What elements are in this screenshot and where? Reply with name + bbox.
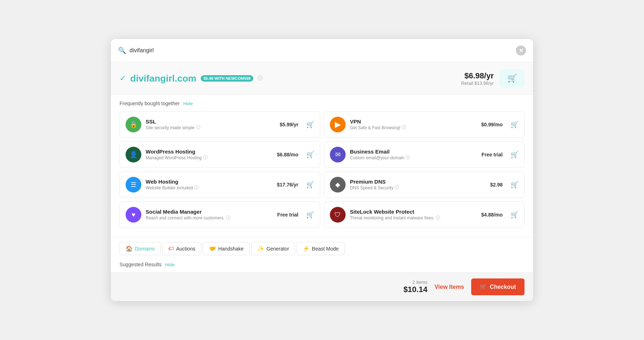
wp-desc: Managed WordPress Hosting ⓘ <box>146 155 273 161</box>
dns-icon: ◆ <box>330 177 346 193</box>
search-bar: 🔍 ✕ <box>111 39 533 62</box>
addon-premium-dns: ◆ Premium DNS DNS Speed & Security ⓘ $2.… <box>324 171 525 198</box>
addon-business-email: ✉ Business Email Custom email@your-domai… <box>324 141 525 168</box>
social-icon: ♥ <box>126 207 141 223</box>
vpn-icon: ▶ <box>330 117 346 132</box>
freq-hide-link[interactable]: Hide <box>183 101 193 106</box>
addon-web-hosting: ☰ Web Hosting Website Builder included ⓘ… <box>119 171 320 198</box>
wp-price: $6.88/mo <box>277 152 298 157</box>
tab-beast-mode[interactable]: ⚡ Beast Mode <box>297 242 345 255</box>
ssl-name: SSL <box>146 118 275 125</box>
promo-badge: $5.98 WITH NEWCOM598 <box>201 75 253 82</box>
sitelock-info-icon[interactable]: ⓘ <box>436 215 440 221</box>
tabs-bar: 🏠 Domains 🏷 Auctions 🤝 Handshake ✨ Gener… <box>111 237 533 258</box>
email-icon: ✉ <box>330 147 346 162</box>
handshake-tab-icon: 🤝 <box>209 245 216 252</box>
ssl-price: $5.99/yr <box>280 122 298 127</box>
social-info: Social Media Manager Reach and connect w… <box>146 209 273 221</box>
sitelock-add-cart-button[interactable]: 🛒 <box>511 211 518 219</box>
dns-info: Premium DNS DNS Speed & Security ⓘ <box>350 179 486 191</box>
add-domain-to-cart-button[interactable]: 🛒 <box>499 69 525 87</box>
main-modal: 🔍 ✕ ✓ divifangirl.com $5.98 WITH NEWCOM5… <box>111 39 533 301</box>
domain-name: divifangirl.com <box>130 73 196 84</box>
search-icon: 🔍 <box>118 47 126 54</box>
checkout-button[interactable]: 🛒 Checkout <box>471 278 525 295</box>
items-info: 2 items $10.14 <box>403 280 427 294</box>
ssl-icon: 🔒 <box>126 117 141 132</box>
vpn-name: VPN <box>350 118 477 125</box>
wp-name: WordPress Hosting <box>146 149 273 155</box>
email-desc: Custom email@your-domain ⓘ <box>350 155 477 161</box>
addon-vpn: ▶ VPN Get Safe & Fast Browsing! ⓘ $0.99/… <box>324 111 525 138</box>
beast-tab-icon: ⚡ <box>303 245 310 252</box>
tab-handshake-label: Handshake <box>218 246 244 252</box>
tab-domains-label: Domains <box>135 246 155 252</box>
close-button[interactable]: ✕ <box>516 45 526 55</box>
footer-bar: 2 items $10.14 View Items 🛒 Checkout <box>111 272 533 301</box>
email-info: Business Email Custom email@your-domain … <box>350 149 477 161</box>
items-count: 2 items <box>403 280 427 285</box>
checkout-cart-icon: 🛒 <box>480 283 487 290</box>
domain-price-main: $6.98/yr <box>461 71 494 81</box>
vpn-info-icon[interactable]: ⓘ <box>402 125 406 131</box>
email-name: Business Email <box>350 149 477 155</box>
social-info-icon[interactable]: ⓘ <box>226 215 230 221</box>
social-add-cart-button[interactable]: 🛒 <box>306 211 314 219</box>
ssl-desc: Site security made simple ⓘ <box>146 125 275 131</box>
social-price: Free trial <box>277 212 298 218</box>
items-total: $10.14 <box>403 285 427 294</box>
wp-icon: 👤 <box>126 147 141 162</box>
addon-wp-hosting: 👤 WordPress Hosting Managed WordPress Ho… <box>119 141 320 168</box>
info-icon[interactable]: ⓘ <box>258 75 263 82</box>
email-price: Free trial <box>482 152 503 157</box>
vpn-add-cart-button[interactable]: 🛒 <box>511 121 518 128</box>
webhost-info-icon[interactable]: ⓘ <box>194 185 199 191</box>
generator-tab-icon: ✨ <box>257 245 264 252</box>
suggested-title: Suggested Results <box>119 262 162 267</box>
dns-info-icon[interactable]: ⓘ <box>395 185 399 191</box>
dns-price: $2.98 <box>490 182 503 188</box>
webhost-name: Web Hosting <box>146 179 273 185</box>
view-items-button[interactable]: View Items <box>435 284 464 290</box>
domains-tab-icon: 🏠 <box>126 245 133 252</box>
freq-header: Frequently bought together Hide <box>119 101 525 106</box>
webhost-desc: Website Builder included ⓘ <box>146 185 273 191</box>
search-input[interactable] <box>130 47 516 54</box>
tab-domains[interactable]: 🏠 Domains <box>119 242 161 255</box>
suggested-hide-link[interactable]: Hide <box>165 262 175 267</box>
freq-title: Frequently bought together <box>119 101 180 106</box>
wp-info-icon[interactable]: ⓘ <box>203 155 208 161</box>
tab-handshake[interactable]: 🤝 Handshake <box>203 242 250 255</box>
ssl-add-cart-button[interactable]: 🛒 <box>306 121 314 128</box>
ssl-info: SSL Site security made simple ⓘ <box>146 118 275 131</box>
domain-price-retail: Retail $13.98/yr <box>461 81 494 86</box>
domain-right: $6.98/yr Retail $13.98/yr 🛒 <box>461 69 525 87</box>
email-info-icon[interactable]: ⓘ <box>406 155 410 161</box>
email-add-cart-button[interactable]: 🛒 <box>511 151 518 159</box>
webhost-add-cart-button[interactable]: 🛒 <box>306 181 314 189</box>
check-icon: ✓ <box>119 74 126 83</box>
checkout-label: Checkout <box>490 284 516 290</box>
vpn-info: VPN Get Safe & Fast Browsing! ⓘ <box>350 118 477 131</box>
sitelock-icon: 🛡 <box>330 207 346 223</box>
sitelock-info: SiteLock Website Protect Threat monitori… <box>350 209 477 221</box>
wp-add-cart-button[interactable]: 🛒 <box>306 151 314 159</box>
sitelock-name: SiteLock Website Protect <box>350 209 477 215</box>
addon-ssl: 🔒 SSL Site security made simple ⓘ $5.99/… <box>119 111 320 138</box>
wp-info: WordPress Hosting Managed WordPress Host… <box>146 149 273 161</box>
vpn-desc: Get Safe & Fast Browsing! ⓘ <box>350 125 477 131</box>
tab-auctions[interactable]: 🏷 Auctions <box>162 242 201 255</box>
domain-result-row: ✓ divifangirl.com $5.98 WITH NEWCOM598 ⓘ… <box>111 62 533 95</box>
dns-desc: DNS Speed & Security ⓘ <box>350 185 486 191</box>
dns-add-cart-button[interactable]: 🛒 <box>511 181 518 189</box>
sitelock-price: $4.88/mo <box>481 212 503 218</box>
social-desc: Reach and connect with more customers. ⓘ <box>146 215 273 221</box>
tab-generator[interactable]: ✨ Generator <box>251 242 295 255</box>
tab-beast-label: Beast Mode <box>312 246 339 252</box>
domain-left: ✓ divifangirl.com $5.98 WITH NEWCOM598 ⓘ <box>119 73 263 84</box>
ssl-info-icon[interactable]: ⓘ <box>196 125 200 131</box>
addons-grid: 🔒 SSL Site security made simple ⓘ $5.99/… <box>119 111 525 234</box>
frequently-bought-section: Frequently bought together Hide 🔒 SSL Si… <box>111 95 533 237</box>
social-name: Social Media Manager <box>146 209 273 215</box>
dns-name: Premium DNS <box>350 179 486 185</box>
